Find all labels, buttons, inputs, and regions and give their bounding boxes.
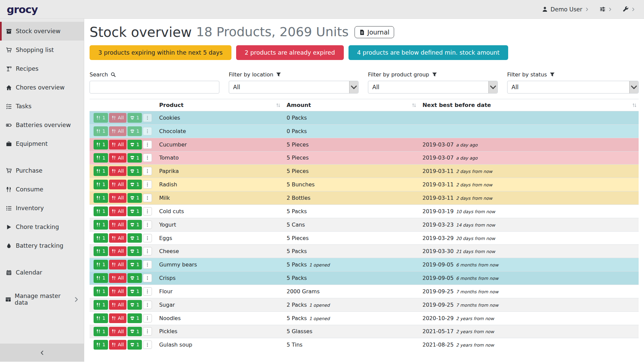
consume-all-button[interactable]: All <box>109 220 126 230</box>
open-one-button[interactable]: 1 <box>127 206 142 216</box>
row-menu-button[interactable] <box>143 327 152 336</box>
open-one-button[interactable]: 1 <box>127 126 142 136</box>
row-menu-button[interactable] <box>143 314 152 322</box>
sidebar-item-equipment[interactable]: Equipment <box>0 134 84 153</box>
search-input[interactable] <box>90 81 219 94</box>
consume-one-button[interactable]: 1 <box>94 340 108 350</box>
sidebar-item-batteries-overview[interactable]: Batteries overview <box>0 116 84 134</box>
consume-one-button[interactable]: 1 <box>94 300 108 310</box>
open-one-button[interactable]: 1 <box>127 340 142 350</box>
row-menu-button[interactable] <box>143 247 152 255</box>
open-one-button[interactable]: 1 <box>127 180 142 189</box>
open-one-button[interactable]: 1 <box>127 166 142 176</box>
row-menu-button[interactable] <box>143 341 152 349</box>
row-menu-button[interactable] <box>143 260 152 269</box>
consume-one-button[interactable]: 1 <box>94 260 108 269</box>
row-menu-button[interactable] <box>143 301 152 309</box>
sidebar-item-calendar[interactable]: Calendar <box>0 263 84 282</box>
settings-menu[interactable] <box>600 6 612 12</box>
row-menu-button[interactable] <box>143 234 152 242</box>
consume-all-button[interactable]: All <box>109 233 126 243</box>
open-one-button[interactable]: 1 <box>127 153 142 163</box>
row-menu-button[interactable] <box>143 127 152 135</box>
open-one-button[interactable]: 1 <box>127 300 142 310</box>
row-menu-button[interactable] <box>143 154 152 162</box>
sidebar-item-purchase[interactable]: Purchase <box>0 161 84 180</box>
consume-one-button[interactable]: 1 <box>94 287 108 296</box>
consume-one-button[interactable]: 1 <box>94 113 108 123</box>
consume-one-button[interactable]: 1 <box>94 206 108 216</box>
consume-all-button[interactable]: All <box>109 246 126 256</box>
location-select[interactable]: All <box>229 81 359 94</box>
consume-all-button[interactable]: All <box>109 153 126 163</box>
consume-one-button[interactable]: 1 <box>94 126 108 136</box>
consume-one-button[interactable]: 1 <box>94 193 108 203</box>
consume-one-button[interactable]: 1 <box>94 233 108 243</box>
sidebar-item-manage-master-data[interactable]: Manage master data <box>0 290 84 309</box>
alert-info[interactable]: 4 products are below defined min. stock … <box>348 45 508 60</box>
consume-one-button[interactable]: 1 <box>94 153 108 163</box>
consume-one-button[interactable]: 1 <box>94 166 108 176</box>
consume-all-button[interactable]: All <box>109 327 126 337</box>
sidebar-item-shopping-list[interactable]: Shopping list <box>0 41 84 59</box>
status-select[interactable]: All <box>507 81 639 94</box>
consume-one-button[interactable]: 1 <box>94 246 108 256</box>
row-menu-button[interactable] <box>143 114 152 122</box>
sidebar-item-inventory[interactable]: Inventory <box>0 199 84 218</box>
row-menu-button[interactable] <box>143 287 152 296</box>
consume-all-button[interactable]: All <box>109 273 126 283</box>
sort-icon[interactable] <box>412 103 417 108</box>
consume-all-button[interactable]: All <box>109 313 126 323</box>
alert-warning[interactable]: 3 products expiring within the next 5 da… <box>90 45 231 60</box>
row-menu-button[interactable] <box>143 221 152 229</box>
journal-button[interactable]: Journal <box>355 26 394 38</box>
app-logo[interactable]: grocy <box>7 3 38 15</box>
sidebar-item-chore-tracking[interactable]: Chore tracking <box>0 218 84 236</box>
consume-all-button[interactable]: All <box>109 180 126 189</box>
open-one-button[interactable]: 1 <box>127 327 142 337</box>
consume-all-button[interactable]: All <box>109 300 126 310</box>
consume-all-button[interactable]: All <box>109 340 126 350</box>
sidebar-item-tasks[interactable]: Tasks <box>0 97 84 116</box>
consume-one-button[interactable]: 1 <box>94 180 108 189</box>
product-column-header[interactable]: Product <box>155 99 282 111</box>
open-one-button[interactable]: 1 <box>127 260 142 269</box>
sidebar-item-recipes[interactable]: Recipes <box>0 59 84 78</box>
sidebar-item-chores-overview[interactable]: Chores overview <box>0 78 84 97</box>
open-one-button[interactable]: 1 <box>127 233 142 243</box>
sort-icon[interactable] <box>276 103 281 108</box>
row-menu-button[interactable] <box>143 167 152 175</box>
open-one-button[interactable]: 1 <box>127 273 142 283</box>
open-one-button[interactable]: 1 <box>127 287 142 296</box>
consume-all-button[interactable]: All <box>109 287 126 296</box>
consume-one-button[interactable]: 1 <box>94 313 108 323</box>
consume-one-button[interactable]: 1 <box>94 140 108 149</box>
open-one-button[interactable]: 1 <box>127 193 142 203</box>
admin-menu[interactable] <box>623 6 635 12</box>
row-menu-button[interactable] <box>143 180 152 189</box>
row-menu-button[interactable] <box>143 207 152 216</box>
consume-all-button[interactable]: All <box>109 113 126 123</box>
alert-danger[interactable]: 2 products are already expired <box>236 45 344 60</box>
consume-all-button[interactable]: All <box>109 140 126 149</box>
product-group-select[interactable]: All <box>368 81 498 94</box>
row-menu-button[interactable] <box>143 274 152 282</box>
consume-all-button[interactable]: All <box>109 166 126 176</box>
consume-all-button[interactable]: All <box>109 260 126 269</box>
open-one-button[interactable]: 1 <box>127 140 142 149</box>
open-one-button[interactable]: 1 <box>127 313 142 323</box>
sidebar-item-consume[interactable]: Consume <box>0 180 84 199</box>
best-before-column-header[interactable]: Next best before date <box>418 99 639 111</box>
user-menu[interactable]: Demo User <box>542 6 589 13</box>
row-menu-button[interactable] <box>143 140 152 149</box>
consume-one-button[interactable]: 1 <box>94 273 108 283</box>
sort-icon[interactable] <box>632 103 637 108</box>
row-menu-button[interactable] <box>143 194 152 202</box>
sidebar-item-stock-overview[interactable]: Stock overview <box>0 22 84 41</box>
amount-column-header[interactable]: Amount <box>282 99 418 111</box>
sidebar-item-battery-tracking[interactable]: Battery tracking <box>0 236 84 255</box>
open-one-button[interactable]: 1 <box>127 220 142 230</box>
open-one-button[interactable]: 1 <box>127 113 142 123</box>
consume-all-button[interactable]: All <box>109 206 126 216</box>
consume-one-button[interactable]: 1 <box>94 220 108 230</box>
